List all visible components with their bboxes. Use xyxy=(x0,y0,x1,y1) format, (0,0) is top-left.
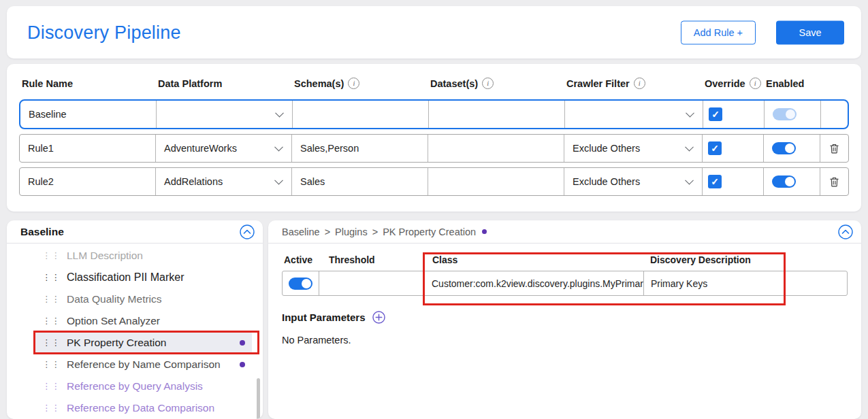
class-value[interactable]: Customer:com.k2view.discovery.plugins.My… xyxy=(432,278,644,289)
crawler-filter-select[interactable]: Exclude Others xyxy=(564,168,703,195)
column-header-crawler-filter: Crawler Filter xyxy=(564,78,702,89)
rules-table-card: Rule Name Data Platform Schema(s) Datase… xyxy=(7,64,861,212)
drag-handle-icon[interactable] xyxy=(42,317,61,326)
info-icon[interactable] xyxy=(634,78,645,89)
drag-handle-icon[interactable] xyxy=(42,273,61,282)
breadcrumb-separator: > xyxy=(325,227,330,237)
add-parameter-button[interactable] xyxy=(372,311,385,324)
info-icon[interactable] xyxy=(750,78,761,89)
override-checkbox[interactable] xyxy=(708,175,722,188)
schemas-input[interactable] xyxy=(300,176,419,187)
override-checkbox[interactable] xyxy=(709,107,722,121)
breadcrumb-item-baseline[interactable]: Baseline xyxy=(282,227,320,237)
crawler-filter-select[interactable] xyxy=(565,101,703,128)
enabled-cell xyxy=(764,168,820,195)
discovery-description-value[interactable]: Primary Keys xyxy=(651,278,707,289)
plugins-panel-title: Baseline xyxy=(20,226,64,238)
column-header-data-platform: Data Platform xyxy=(155,78,291,89)
collapse-button[interactable] xyxy=(838,224,853,239)
plugin-item-option-set-analyzer[interactable]: Option Set Analyzer xyxy=(35,310,252,332)
datasets-input[interactable] xyxy=(436,176,556,187)
enabled-toggle[interactable] xyxy=(772,175,796,188)
plugin-item-data-quality-metrics[interactable]: Data Quality Metrics xyxy=(35,288,252,310)
trash-icon xyxy=(829,175,840,188)
data-platform-select[interactable] xyxy=(157,101,293,128)
datasets-cell xyxy=(429,101,565,128)
datasets-cell xyxy=(428,135,564,162)
collapse-button[interactable] xyxy=(240,224,255,239)
column-header-discovery-description: Discovery Description xyxy=(643,254,848,265)
breadcrumb-item-current: PK Property Creation xyxy=(383,227,476,237)
rule-row-rule2[interactable]: AddRelations Exclude Others xyxy=(19,167,849,196)
modified-dot-icon xyxy=(240,362,245,367)
threshold-input[interactable] xyxy=(326,278,417,289)
rule-row-rule1[interactable]: AdventureWorks Exclude Others xyxy=(19,134,849,163)
save-button[interactable]: Save xyxy=(776,20,844,44)
drag-handle-icon[interactable] xyxy=(42,252,61,261)
plugins-panel-header: Baseline xyxy=(7,220,263,244)
drag-handle-icon[interactable] xyxy=(42,339,61,348)
rule-name-cell xyxy=(20,101,157,128)
data-platform-select[interactable]: AddRelations xyxy=(156,168,292,195)
plugin-item-reference-by-data-comparison[interactable]: Reference by Data Comparison xyxy=(35,397,252,419)
schemas-input[interactable] xyxy=(300,143,419,154)
breadcrumb-item-plugins[interactable]: Plugins xyxy=(335,227,368,237)
rule-name-input[interactable] xyxy=(28,143,147,154)
rules-table-header: Rule Name Data Platform Schema(s) Datase… xyxy=(19,78,849,89)
plugin-item-pk-property-creation[interactable]: PK Property Creation xyxy=(35,332,252,354)
override-cell xyxy=(703,101,765,128)
rule-name-input[interactable] xyxy=(29,109,148,120)
chevron-down-icon xyxy=(685,143,694,152)
enabled-toggle[interactable] xyxy=(772,142,796,154)
enabled-toggle[interactable] xyxy=(773,108,797,120)
rule-name-cell xyxy=(20,168,156,195)
delete-rule-button[interactable] xyxy=(829,175,840,188)
column-header-class: Class xyxy=(424,254,643,265)
override-cell xyxy=(703,168,764,195)
crawler-filter-select[interactable]: Exclude Others xyxy=(564,135,703,162)
detail-body: Active Threshold Class Discovery Descrip… xyxy=(268,244,861,346)
detail-panel-header: Baseline > Plugins > PK Property Creatio… xyxy=(268,220,861,244)
plugin-item-llm-description[interactable]: LLM Description xyxy=(35,245,252,267)
info-icon[interactable] xyxy=(482,78,494,89)
column-header-schemas: Schema(s) xyxy=(291,78,428,89)
column-header-actions xyxy=(820,78,849,89)
schemas-cell xyxy=(292,168,428,195)
rule-name-cell xyxy=(20,135,156,162)
column-header-active: Active xyxy=(282,254,319,265)
rule-row-baseline[interactable] xyxy=(19,99,849,129)
override-checkbox[interactable] xyxy=(708,141,722,155)
datasets-input[interactable] xyxy=(436,143,556,154)
info-icon[interactable] xyxy=(348,78,359,89)
override-cell xyxy=(703,135,764,162)
delete-rule-button[interactable] xyxy=(829,142,840,155)
active-toggle[interactable] xyxy=(289,278,312,290)
drag-handle-icon[interactable] xyxy=(42,361,61,369)
plugin-config-header: Active Threshold Class Discovery Descrip… xyxy=(282,254,848,271)
plugin-item-reference-by-query-analysis[interactable]: Reference by Query Analysis xyxy=(35,375,252,397)
chevron-down-icon xyxy=(686,109,694,118)
column-header-threshold: Threshold xyxy=(319,254,424,265)
drag-handle-icon[interactable] xyxy=(42,404,61,413)
drag-handle-icon[interactable] xyxy=(42,295,61,304)
plugin-item-classification-pii-marker[interactable]: Classification PII Marker xyxy=(35,267,252,288)
column-header-override: Override xyxy=(702,78,763,89)
chevron-down-icon xyxy=(274,176,283,185)
modified-dot-icon xyxy=(240,340,245,346)
drag-handle-icon[interactable] xyxy=(42,382,61,391)
plugin-item-reference-by-name-comparison[interactable]: Reference by Name Comparison xyxy=(35,354,252,375)
add-rule-button[interactable]: Add Rule + xyxy=(681,20,756,44)
page-title: Discovery Pipeline xyxy=(27,22,181,43)
scrollbar-thumb[interactable] xyxy=(257,378,260,419)
data-platform-select[interactable]: AdventureWorks xyxy=(156,135,292,162)
breadcrumb-separator: > xyxy=(372,227,378,237)
plugins-panel: Baseline LLM Description Classification … xyxy=(7,220,263,419)
chevron-up-circle-icon xyxy=(240,224,255,239)
schemas-input[interactable] xyxy=(301,109,420,120)
rule-name-input[interactable] xyxy=(28,176,147,187)
input-parameters-section: Input Parameters xyxy=(282,311,848,324)
plugin-detail-panel: Baseline > Plugins > PK Property Creatio… xyxy=(268,220,861,419)
datasets-input[interactable] xyxy=(437,109,556,120)
chevron-up-circle-icon xyxy=(838,224,853,239)
plugin-config-row: Customer:com.k2view.discovery.plugins.My… xyxy=(282,271,848,296)
